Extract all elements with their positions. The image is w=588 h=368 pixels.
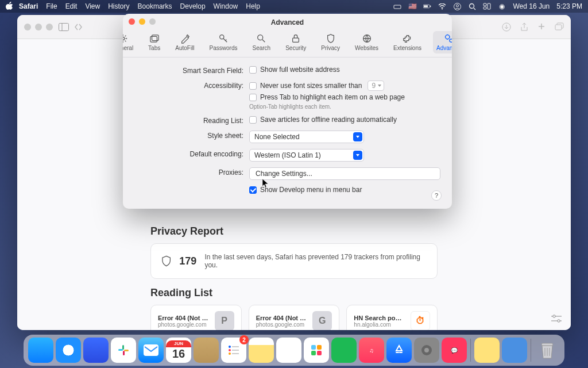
checkbox-develop-menu[interactable] bbox=[249, 186, 257, 194]
menu-help[interactable]: Help bbox=[246, 2, 260, 10]
tab-passwords[interactable]: Passwords bbox=[206, 31, 241, 53]
svg-rect-9 bbox=[483, 3, 486, 6]
label-reading-list: Reading List: bbox=[134, 116, 249, 125]
label-accessibility: Accessibility: bbox=[134, 80, 249, 90]
safari-preferences-window: Advanced General Tabs AutoFill Passwords… bbox=[123, 14, 452, 209]
siri-icon[interactable]: ◉ bbox=[498, 2, 506, 10]
svg-rect-16 bbox=[555, 25, 562, 30]
dock-settings-icon[interactable] bbox=[414, 338, 439, 363]
download-icon[interactable] bbox=[502, 22, 511, 32]
tab-general[interactable]: General bbox=[123, 31, 137, 53]
apple-menu-icon[interactable] bbox=[6, 2, 13, 12]
svg-rect-26 bbox=[293, 38, 299, 42]
dock-appstore-icon[interactable] bbox=[386, 338, 412, 363]
wifi-icon[interactable] bbox=[438, 2, 446, 10]
privacy-report-card[interactable]: 179 In the last seven days, Safari has p… bbox=[150, 243, 438, 279]
tabs-icon[interactable] bbox=[555, 22, 564, 32]
window-traffic-lights[interactable] bbox=[24, 24, 53, 30]
dock-notes-icon[interactable] bbox=[249, 338, 274, 363]
tab-search[interactable]: Search bbox=[249, 31, 274, 53]
tab-privacy[interactable]: Privacy bbox=[318, 31, 343, 53]
reading-list-row: Error 404 (Not Found)!!1photos.google.co… bbox=[150, 305, 438, 330]
tab-tabs[interactable]: Tabs bbox=[145, 31, 164, 53]
prefs-traffic-lights[interactable] bbox=[129, 18, 156, 25]
dock-calendar-icon[interactable]: JUN16 bbox=[166, 338, 191, 363]
new-tab-icon[interactable] bbox=[537, 22, 546, 32]
app-name[interactable]: Safari bbox=[19, 2, 38, 10]
menu-view[interactable]: View bbox=[85, 2, 100, 10]
checkbox-show-full-url[interactable] bbox=[249, 66, 257, 74]
menubar-date[interactable]: Wed 16 Jun bbox=[513, 2, 550, 10]
flag-icon[interactable]: 🇺🇸 bbox=[408, 2, 416, 10]
checkbox-tab-highlight[interactable] bbox=[249, 94, 257, 101]
svg-rect-23 bbox=[150, 36, 157, 42]
help-icon[interactable]: ? bbox=[431, 190, 442, 201]
tab-extensions[interactable]: Extensions bbox=[390, 31, 425, 53]
status-indicator-icon[interactable] bbox=[393, 2, 401, 10]
select-stylesheet[interactable]: None Selected bbox=[249, 131, 364, 143]
svg-point-4 bbox=[442, 8, 443, 9]
menubar-time[interactable]: 5:23 PM bbox=[556, 2, 582, 10]
select-encoding[interactable]: Western (ISO Latin 1) bbox=[249, 149, 364, 162]
svg-point-21 bbox=[123, 37, 125, 40]
svg-rect-22 bbox=[152, 35, 158, 41]
svg-rect-3 bbox=[430, 6, 431, 7]
dock-slack-icon[interactable] bbox=[111, 338, 136, 363]
dock-contacts-icon[interactable] bbox=[194, 338, 219, 363]
label-encoding: Default encoding: bbox=[134, 149, 249, 158]
dock-app-icon[interactable] bbox=[304, 338, 329, 363]
svg-rect-44 bbox=[317, 351, 322, 355]
menu-develop[interactable]: Develop bbox=[180, 2, 206, 10]
dock-mail-icon[interactable] bbox=[138, 338, 164, 363]
shield-icon bbox=[161, 255, 171, 267]
chevron-updown-icon bbox=[353, 132, 362, 141]
checkbox-offline-reading[interactable] bbox=[249, 116, 257, 124]
label-stylesheet: Style sheet: bbox=[134, 131, 249, 140]
share-icon[interactable] bbox=[520, 22, 528, 32]
svg-point-7 bbox=[469, 3, 474, 8]
back-forward-icon[interactable] bbox=[75, 23, 88, 31]
tab-websites[interactable]: Websites bbox=[351, 31, 382, 53]
dock-stickies-icon[interactable] bbox=[474, 338, 500, 363]
tab-advanced[interactable]: Advanced bbox=[433, 31, 452, 53]
checkbox-font-size[interactable] bbox=[249, 82, 257, 90]
svg-rect-30 bbox=[118, 349, 123, 351]
svg-rect-47 bbox=[541, 343, 553, 346]
control-center-icon[interactable] bbox=[483, 2, 491, 10]
svg-point-25 bbox=[258, 35, 263, 40]
menu-bookmarks[interactable]: Bookmarks bbox=[138, 2, 172, 10]
dock-app-icon[interactable]: ✎ bbox=[276, 338, 301, 363]
svg-point-20 bbox=[558, 320, 560, 322]
user-icon[interactable] bbox=[453, 2, 461, 10]
svg-point-35 bbox=[229, 346, 231, 348]
reading-list-item[interactable]: HN Search powered by Algoliahn.algolia.c… bbox=[346, 305, 438, 330]
dock-trash-icon[interactable] bbox=[535, 338, 560, 363]
dock-app-icon[interactable]: 💬 bbox=[442, 338, 467, 363]
tab-autofill[interactable]: AutoFill bbox=[172, 31, 198, 53]
menu-history[interactable]: History bbox=[108, 2, 129, 10]
dock: JUN16 ✎ ♫ 💬 bbox=[24, 335, 564, 366]
spotlight-icon[interactable] bbox=[468, 2, 476, 10]
svg-point-46 bbox=[424, 348, 429, 352]
battery-icon[interactable] bbox=[423, 2, 431, 10]
label-proxies: Proxies: bbox=[134, 167, 249, 177]
sidebar-toggle-icon[interactable] bbox=[59, 23, 69, 31]
customize-start-page-icon[interactable] bbox=[550, 314, 563, 323]
reading-list-item[interactable]: Error 404 (Not Found)!!1photos.google.co… bbox=[249, 305, 340, 330]
button-change-proxy[interactable]: Change Settings... bbox=[249, 167, 440, 180]
dock-safari-icon[interactable] bbox=[56, 338, 81, 363]
menu-window[interactable]: Window bbox=[214, 2, 238, 10]
reading-list-item[interactable]: Error 404 (Not Found)!!1photos.google.co… bbox=[150, 305, 242, 330]
dock-spotify-icon[interactable] bbox=[331, 338, 357, 363]
thumbnail-icon: ⏱ bbox=[411, 311, 430, 330]
tab-security[interactable]: Security bbox=[282, 31, 310, 53]
menu-edit[interactable]: Edit bbox=[65, 2, 78, 10]
stepper-font-size[interactable]: 9 bbox=[368, 80, 384, 91]
dock-music-icon[interactable]: ♫ bbox=[359, 338, 384, 363]
dock-reminders-icon[interactable] bbox=[221, 338, 246, 363]
menu-file[interactable]: File bbox=[46, 2, 57, 10]
dock-finder-icon[interactable] bbox=[28, 338, 53, 363]
thumbnail-icon: P bbox=[215, 311, 234, 330]
dock-signal-icon[interactable] bbox=[83, 338, 109, 363]
dock-preview-icon[interactable] bbox=[502, 338, 527, 363]
